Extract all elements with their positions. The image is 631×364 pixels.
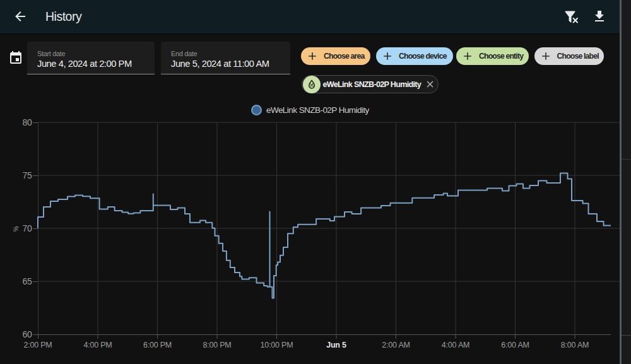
svg-text:2:00 AM: 2:00 AM	[382, 341, 410, 349]
svg-text:8:00 PM: 8:00 PM	[203, 341, 231, 349]
svg-text:8:00 AM: 8:00 AM	[561, 341, 589, 349]
svg-text:6:00 AM: 6:00 AM	[501, 341, 529, 349]
svg-text:75: 75	[23, 170, 32, 180]
svg-text:80: 80	[23, 117, 32, 127]
svg-text:70: 70	[23, 223, 32, 233]
svg-text:10:00 PM: 10:00 PM	[261, 341, 293, 349]
svg-text:Jun 5: Jun 5	[326, 341, 346, 349]
svg-text:65: 65	[23, 276, 32, 286]
svg-text:%: %	[13, 226, 20, 232]
svg-text:6:00 PM: 6:00 PM	[143, 341, 172, 349]
svg-text:4:00 AM: 4:00 AM	[442, 341, 469, 349]
svg-text:4:00 PM: 4:00 PM	[83, 341, 112, 349]
svg-text:2:00 PM: 2:00 PM	[23, 341, 52, 349]
svg-text:60: 60	[23, 329, 32, 339]
